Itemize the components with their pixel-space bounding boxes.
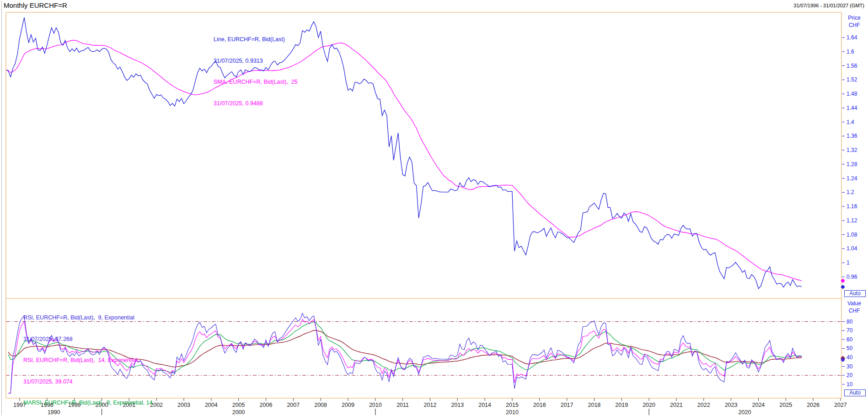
- main-chart-area[interactable]: [6, 12, 841, 298]
- year-label: 2004: [205, 402, 218, 408]
- year-label: 2016: [533, 402, 546, 408]
- legend-line: RSI, EURCHF=R, Bid(Last), 14, Exponentia…: [23, 357, 155, 364]
- year-label: 2010: [369, 402, 382, 408]
- year-label: 2022: [697, 402, 710, 408]
- year-label: 2015: [506, 402, 519, 408]
- decade-label: 2010: [506, 409, 519, 416]
- main-panel-legend: Line, EURCHF=R, Bid(Last) 31/07/2025, 0.…: [214, 22, 298, 121]
- price-tick-label: 1.28: [847, 161, 857, 167]
- legend-line: SMA, EURCHF=R, Bid(Last), 25: [214, 79, 298, 86]
- price-tick-label: 1.36: [847, 133, 857, 139]
- chart-window: 1.641.61.561.521.481.441.41.361.321.281.…: [0, 0, 868, 416]
- year-label: 2005: [232, 402, 245, 408]
- year-label: 2012: [424, 402, 437, 408]
- value-axis-title: ValueCHF: [844, 300, 865, 314]
- legend-line: Line, EURCHF=R, Bid(Last): [214, 36, 298, 43]
- price-tick-label: 1.4: [847, 119, 854, 125]
- legend-line: 31/07/2025, 37.268: [23, 336, 155, 343]
- value-tick-label: 10: [847, 381, 853, 388]
- price-tick-label: 1.52: [847, 76, 857, 83]
- price-tick-label: 1.16: [847, 203, 857, 210]
- price-tick-label: 1.48: [847, 91, 857, 97]
- year-label: 2017: [561, 402, 573, 408]
- value-tick-label: 30: [847, 363, 853, 370]
- value-tick-label: 20: [847, 372, 853, 378]
- price-tick-label: 1.08: [847, 232, 857, 238]
- legend-line: 31/07/2025, 0.9313: [214, 58, 298, 65]
- date-range-label: 31/07/1996 - 31/01/2027 (GMT): [793, 3, 864, 8]
- price-tick-label: 1.12: [847, 217, 857, 224]
- year-label: 2009: [342, 402, 354, 408]
- page-title: Monthly EURCHF=R: [4, 1, 67, 9]
- year-label: 2021: [670, 402, 683, 408]
- price-tick-label: 1.24: [847, 175, 857, 182]
- decade-label: 2000: [232, 409, 245, 416]
- price-axis-title: PriceCHF: [844, 14, 865, 29]
- year-label: 2020: [643, 402, 655, 408]
- value-tick-label: 80: [847, 319, 853, 325]
- year-label: 2024: [752, 402, 765, 408]
- price-tick-label: 1.2: [847, 189, 854, 195]
- value-axis-auto-button[interactable]: Auto: [844, 389, 866, 396]
- year-label: 2008: [314, 402, 327, 408]
- year-label: 2025: [779, 402, 792, 408]
- price-tick-label: 1.64: [847, 34, 857, 41]
- year-label: 2003: [177, 402, 190, 408]
- price-tick-label: 1.56: [847, 63, 857, 69]
- year-label: 2014: [478, 402, 491, 408]
- price-tick-label: 1.44: [847, 105, 857, 111]
- legend-line: RSI, EURCHF=R, Bid(Last), 9, Exponential: [23, 314, 155, 322]
- year-label: 2018: [588, 402, 601, 408]
- legend-line: 31/07/2025, 39.074: [23, 378, 155, 386]
- price-tick-label: 1.04: [847, 245, 857, 252]
- year-label: 2019: [615, 402, 628, 408]
- year-label: 2007: [287, 402, 300, 408]
- price-axis-auto-button[interactable]: Auto: [844, 290, 866, 297]
- value-tick-label: 50: [847, 345, 853, 351]
- price-tick-label: 1.32: [847, 147, 857, 153]
- price-tick-label: 0.96: [847, 274, 857, 280]
- legend-line: 31/07/2025, 0.9488: [214, 100, 298, 108]
- year-label: 2027: [834, 402, 847, 408]
- year-label: 2011: [396, 402, 409, 408]
- year-label: 2026: [807, 402, 820, 408]
- price-tick-label: 1: [847, 259, 850, 266]
- legend-line: MARSI, EURCHF=R, Bid(Last), 9, Exponenti…: [23, 400, 155, 407]
- year-label: 2023: [725, 402, 738, 408]
- decade-label: 2020: [739, 409, 751, 416]
- price-tick-label: 1.6: [847, 49, 854, 55]
- value-tick-label: 40: [847, 354, 853, 361]
- value-tick-label: 70: [847, 327, 853, 334]
- year-label: 2013: [451, 402, 464, 408]
- year-label: 2006: [260, 402, 273, 408]
- rsi-panel-legend: RSI, EURCHF=R, Bid(Last), 9, Exponential…: [23, 300, 155, 416]
- value-tick-label: 60: [847, 336, 853, 343]
